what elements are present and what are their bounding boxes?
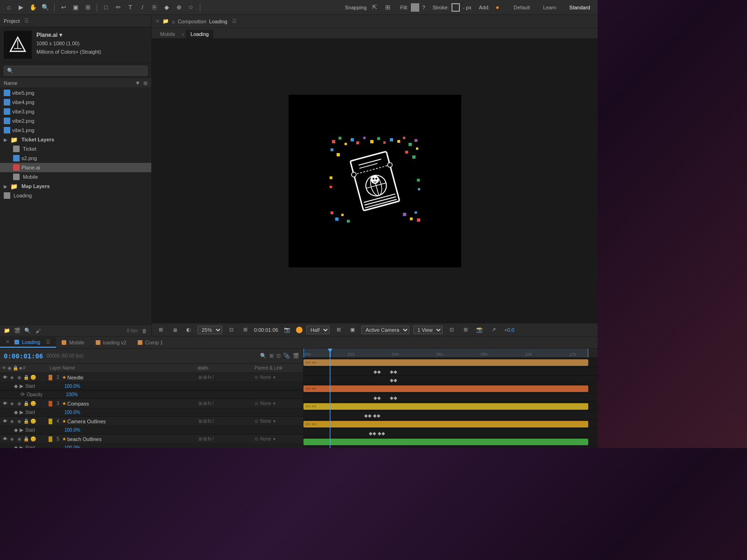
- tab-loading[interactable]: Loading: [186, 30, 213, 38]
- composition-canvas[interactable]: [152, 39, 598, 323]
- timeline-tab-loading[interactable]: ✕ Loading ☰: [0, 337, 56, 348]
- parent-dropdown-compass[interactable]: ▾: [273, 401, 275, 406]
- vis-lock-needle[interactable]: 🔒: [23, 374, 29, 381]
- layer-row-camera-outlines[interactable]: 👁 ◆ ◉ 🔒 😊 4 ★ Camera Outlines ⊞⊞ fx/: [0, 417, 303, 426]
- snapshot-icon[interactable]: 📸: [474, 325, 485, 335]
- default-tab[interactable]: Default: [510, 3, 534, 12]
- close-tab-loading-icon[interactable]: ✕: [6, 339, 10, 345]
- tab-menu-loading-icon[interactable]: ☰: [46, 339, 50, 345]
- vis-shy-camera[interactable]: 😊: [30, 418, 36, 425]
- brush-btn[interactable]: 🖌: [34, 327, 42, 335]
- res-icon[interactable]: ⊞: [333, 325, 344, 335]
- tl-icon1[interactable]: ⊞: [269, 353, 274, 359]
- add-icon[interactable]: ●: [492, 2, 502, 13]
- expand-compass[interactable]: ◆: [14, 409, 18, 415]
- bar-row-camera[interactable]: ×× ××: [303, 402, 598, 411]
- bar-row-needle[interactable]: ×× ××: [303, 358, 598, 367]
- list-item[interactable]: s2.png: [0, 154, 151, 163]
- sw2[interactable]: ⊞: [203, 436, 207, 441]
- parent-cycle-compass[interactable]: ⊙: [254, 401, 258, 406]
- color-icon[interactable]: [296, 327, 303, 333]
- list-item[interactable]: vibe3.png: [0, 107, 151, 116]
- list-item[interactable]: vibe4.png: [0, 98, 151, 107]
- vis-eye-camera[interactable]: 👁: [2, 418, 8, 425]
- vis-lock-beach[interactable]: 🔒: [23, 436, 29, 442]
- preview-icon[interactable]: ⊞: [155, 325, 166, 335]
- rect-icon[interactable]: □: [101, 2, 111, 13]
- list-item-plane-ai[interactable]: Plane.ai: [0, 163, 151, 172]
- hand-icon[interactable]: ✋: [28, 2, 38, 13]
- bar-row-compass[interactable]: ×× ××: [303, 384, 598, 393]
- find-btn[interactable]: 🔍: [23, 327, 32, 335]
- folder-map-layers[interactable]: ▶ 📁 Map Layers: [0, 182, 151, 191]
- view-select[interactable]: 1 View: [413, 326, 443, 334]
- timeline-tab-mobile[interactable]: Mobile: [56, 338, 90, 347]
- camera-snap-icon[interactable]: 📷: [282, 325, 292, 335]
- sort-icon[interactable]: ▼: [135, 80, 141, 86]
- list-item[interactable]: vibe2.png: [0, 116, 151, 126]
- sw3[interactable]: fx: [208, 401, 211, 406]
- sw3[interactable]: fx: [208, 375, 211, 380]
- tl-icon4[interactable]: 🎬: [293, 353, 299, 359]
- tl-icon2[interactable]: ⊡: [276, 353, 281, 359]
- pen-icon[interactable]: ✏: [113, 2, 123, 13]
- parent-cycle-beach[interactable]: ⊙: [254, 436, 258, 441]
- share-icon[interactable]: ↗: [488, 325, 499, 335]
- fit-icon[interactable]: ⊡: [226, 325, 236, 335]
- sw4[interactable]: /: [212, 419, 214, 424]
- home-nav-icon[interactable]: ⌂: [172, 19, 175, 24]
- list-item[interactable]: Mobile: [0, 172, 151, 182]
- parent-dropdown-camera[interactable]: ▾: [273, 419, 275, 424]
- refresh-needle[interactable]: ⟳: [14, 392, 25, 398]
- zoom-icon[interactable]: 🔍: [40, 2, 50, 13]
- tab-mobile[interactable]: Mobile: [155, 30, 180, 38]
- vis-solo-compass[interactable]: ◉: [16, 400, 22, 407]
- quality-select[interactable]: Half: [306, 326, 330, 334]
- list-item[interactable]: Ticket: [0, 144, 151, 154]
- expand-needle[interactable]: ◆: [14, 383, 18, 389]
- learn-tab[interactable]: Learn: [539, 3, 560, 12]
- play-compass[interactable]: ▶: [20, 409, 23, 415]
- fill-icon[interactable]: ◆: [162, 2, 172, 13]
- expand-camera[interactable]: ◆: [14, 427, 18, 433]
- vis-solo-camera[interactable]: ◉: [16, 418, 22, 425]
- sw4[interactable]: /: [212, 375, 214, 380]
- folder-nav-icon[interactable]: 📁: [162, 18, 169, 24]
- comp-icon[interactable]: ▣: [70, 2, 81, 13]
- vis-shy-needle[interactable]: 😊: [30, 374, 36, 381]
- play-needle[interactable]: ▶: [20, 383, 23, 389]
- vis-shy-beach[interactable]: 😊: [30, 436, 36, 442]
- vis-audio-camera[interactable]: ◆: [9, 418, 15, 425]
- snapping-icon[interactable]: ⇱: [369, 2, 380, 13]
- sw3[interactable]: fx: [208, 419, 211, 424]
- snap-options-icon[interactable]: ⊞: [382, 2, 393, 13]
- vis-solo-needle[interactable]: ◉: [16, 374, 22, 381]
- vis-eye-compass[interactable]: 👁: [2, 400, 8, 407]
- playhead[interactable]: [330, 349, 331, 357]
- fast-prev-icon[interactable]: ▣: [347, 325, 358, 335]
- close-tab-icon[interactable]: ✕: [155, 18, 160, 24]
- standard-tab[interactable]: Standard: [565, 3, 594, 12]
- undo-icon[interactable]: ↩: [58, 2, 69, 13]
- puppet-icon[interactable]: ☆: [186, 2, 196, 13]
- select-icon[interactable]: ▶: [16, 2, 26, 13]
- camera-select[interactable]: Active Camera: [361, 326, 409, 334]
- layer-row-beach[interactable]: 👁 ◆ ◉ 🔒 😊 5 ★ beach Outlines ⊞⊞ fx/: [0, 434, 303, 444]
- search-tl-icon[interactable]: 🔍: [260, 353, 267, 359]
- home-icon[interactable]: ⌂: [4, 2, 14, 13]
- view-options-icon[interactable]: ⊡: [446, 325, 457, 335]
- vis-audio-beach[interactable]: ◆: [9, 436, 15, 442]
- list-item-loading[interactable]: Loading: [0, 191, 151, 200]
- vis-lock-camera[interactable]: 🔒: [23, 418, 29, 425]
- sw2[interactable]: ⊞: [203, 401, 207, 406]
- list-item[interactable]: vibe5.png: [0, 88, 151, 98]
- project-menu-icon[interactable]: ☰: [24, 18, 29, 24]
- timeline-tab-comp1[interactable]: Comp 1: [132, 338, 169, 347]
- vis-eye-beach[interactable]: 👁: [2, 436, 8, 442]
- sw3[interactable]: fx: [208, 436, 211, 441]
- vis-audio-compass[interactable]: ◆: [9, 400, 15, 407]
- timeline-tab-loading-v2[interactable]: loading v2: [90, 338, 132, 347]
- sw4[interactable]: /: [212, 436, 214, 441]
- sw1[interactable]: ⊞: [198, 436, 202, 441]
- text-icon[interactable]: T: [125, 2, 135, 13]
